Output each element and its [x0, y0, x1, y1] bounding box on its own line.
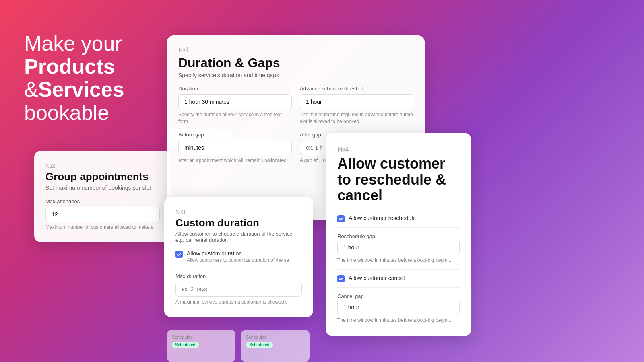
before-gap-hint: after an appointment which will remain u… — [178, 157, 292, 164]
hero-line2: Products — [24, 55, 124, 78]
checkmark-icon — [177, 252, 182, 257]
reschedule-label: Allow customer reschedule — [349, 215, 416, 221]
max-duration-label: Max duration — [175, 273, 302, 279]
duration-hint: Specify the duration of your service in … — [178, 111, 292, 125]
card3-subtitle: Allow customer to choose a duration of t… — [175, 231, 302, 243]
mini-card-1-badge: Scheduled — [172, 342, 199, 348]
cancel-label: Allow customer cancel — [349, 275, 405, 281]
divider2 — [337, 227, 460, 228]
max-duration-hint: A maximum service duration a customer is… — [175, 299, 302, 306]
divider4 — [337, 287, 460, 288]
custom-duration-checkbox[interactable] — [175, 251, 183, 258]
max-duration-input[interactable] — [175, 282, 302, 297]
custom-duration-hint: Allow customers to customize duration of… — [187, 257, 289, 263]
advance-hint: The minimum time required in advance bef… — [300, 111, 413, 125]
cancel-gap-input[interactable] — [337, 300, 460, 315]
card-custom-duration: №3 Custom duration Allow customer to cho… — [164, 197, 313, 317]
custom-duration-checkbox-row: Allow custom duration Allow customers to… — [175, 250, 302, 263]
mini-card-1-label: Scheduled — [172, 335, 231, 339]
hero-amp: & — [24, 78, 38, 101]
advance-input[interactable] — [300, 94, 413, 109]
max-duration-group: Max duration A maximum service duration … — [175, 273, 302, 306]
card4-num: №4 — [337, 146, 460, 154]
hero-line4: bookable — [24, 101, 124, 124]
card3-num: №3 — [175, 208, 302, 215]
hero-line1: Make your — [24, 32, 124, 55]
max-attendees-group: Max attendees Maximum number of customer… — [45, 198, 160, 231]
custom-duration-checkbox-content: Allow custom duration Allow customers to… — [187, 250, 289, 263]
card2-subtitle: Set maximum number of bookings per slot — [45, 185, 160, 191]
card-group-appointments: №2 Group appointments Set maximum number… — [34, 151, 171, 242]
hero-services: Services — [38, 78, 124, 101]
cancel-gap-group: Cancel gap The time window in minutes be… — [337, 292, 460, 324]
reschedule-gap-label: Reschedule gap — [337, 233, 375, 239]
card4-title: Allow customer to reschedule & cancel — [337, 156, 460, 204]
card1-num: №1 — [178, 47, 413, 54]
reschedule-gap-input[interactable] — [337, 240, 460, 255]
mini-card-2-badge: Scheduled — [246, 342, 273, 348]
before-gap-label: Before gap — [178, 132, 292, 138]
advance-group: Advance schedule threshold The minimum t… — [300, 86, 413, 125]
max-attendees-label: Max attendees — [45, 198, 160, 204]
checkmark-icon — [339, 216, 343, 221]
mini-card-2-label: Scheduled — [246, 335, 305, 339]
card2-num: №2 — [45, 162, 160, 169]
card3-title: Custom duration — [175, 217, 302, 229]
reschedule-checkbox-row: Allow customer reschedule — [337, 215, 460, 222]
checkmark-icon — [339, 276, 343, 281]
card2-title: Group appointments — [45, 171, 160, 183]
card1-title: Duration & Gaps — [178, 56, 413, 70]
before-gap-group: Before gap after an appointment which wi… — [178, 132, 292, 164]
cancel-gap-label: Cancel gap — [337, 293, 364, 299]
max-attendees-input[interactable] — [45, 207, 160, 222]
mini-cards-group: Scheduled Scheduled Scheduled Scheduled — [167, 330, 310, 362]
divider3 — [337, 269, 460, 270]
mini-card-1: Scheduled Scheduled — [167, 330, 235, 362]
hero-line3: &Services — [24, 78, 124, 101]
max-attendees-hint: Maximum number of customers allowed to m… — [45, 224, 160, 231]
cancel-checkbox[interactable] — [337, 275, 345, 282]
reschedule-checkbox[interactable] — [337, 215, 345, 222]
duration-input[interactable] — [178, 94, 292, 109]
reschedule-gap-group: Reschedule gap The time window in minute… — [337, 232, 460, 264]
advance-label: Advance schedule threshold — [300, 86, 413, 92]
before-gap-input[interactable] — [178, 140, 292, 155]
duration-group: Duration Specify the duration of your se… — [178, 86, 292, 125]
card-reschedule-cancel: №4 Allow customer to reschedule & cancel… — [326, 133, 471, 336]
card1-subtitle: Specify service's duration and time gaps — [178, 72, 413, 78]
mini-card-2: Scheduled Scheduled — [241, 330, 310, 362]
cancel-checkbox-row: Allow customer cancel — [337, 275, 460, 282]
reschedule-gap-hint: The time window in minutes before a book… — [337, 257, 460, 264]
custom-duration-label: Allow custom duration — [187, 250, 289, 257]
divider1 — [175, 268, 302, 268]
hero-section: Make your Products &Services bookable — [24, 32, 124, 124]
cancel-gap-hint: The time window in minutes before a book… — [337, 317, 460, 324]
duration-label: Duration — [178, 86, 292, 92]
